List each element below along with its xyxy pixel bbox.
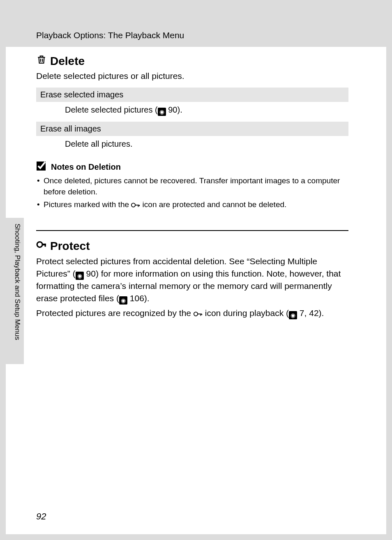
option-desc: Delete all pictures. <box>36 136 348 154</box>
option-row: Erase all images <box>36 122 348 136</box>
section-title-delete: Delete <box>36 54 348 68</box>
page-ref-number: 90 <box>86 269 96 278</box>
body-text-span: ). <box>144 293 150 303</box>
protect-paragraph-2: Protected pictures are recognized by the… <box>36 307 348 321</box>
page-ref-icon: ◉ <box>119 296 127 305</box>
manual-page: Playback Options: The Playback Menu Dele… <box>6 6 386 534</box>
option-row: Erase selected images <box>36 88 348 102</box>
caution-check-icon <box>36 161 46 173</box>
page-ref-number: 106 <box>130 293 144 303</box>
notes-title-text: Notes on Deletion <box>51 162 121 172</box>
header-band <box>6 6 386 47</box>
side-tab-label: Shooting, Playback and Setup Menus <box>13 224 21 340</box>
section-title-text: Delete <box>50 55 85 68</box>
body-text-span: Protected pictures are recognized by the <box>36 308 194 318</box>
section-title-text: Protect <box>50 240 90 253</box>
svg-point-5 <box>194 312 198 316</box>
notes-heading: Notes on Deletion <box>36 161 348 173</box>
notes-block: Notes on Deletion Once deleted, pictures… <box>36 161 348 211</box>
notes-list: Once deleted, pictures cannot be recover… <box>36 175 348 211</box>
page-ref-icon: ◉ <box>76 272 84 280</box>
svg-point-1 <box>131 203 135 207</box>
option-desc: Delete selected pictures (◉ 90). <box>36 102 348 121</box>
body-text-span: ). <box>319 308 324 318</box>
option-desc-text: ). <box>177 105 182 114</box>
list-item: Once deleted, pictures cannot be recover… <box>36 175 348 197</box>
trash-icon <box>36 54 47 68</box>
section-divider <box>36 230 348 231</box>
body-text-span: icon during playback ( <box>203 308 289 318</box>
svg-rect-4 <box>45 244 46 247</box>
protect-key-icon <box>194 308 203 321</box>
page-ref-number: 90 <box>168 105 177 114</box>
delete-intro: Delete selected pictures or all pictures… <box>36 70 348 82</box>
option-desc-text: Delete selected pictures ( <box>65 105 158 114</box>
page-ref-icon: ◉ <box>289 311 297 319</box>
page-ref-number: 7, 42 <box>300 308 319 318</box>
protect-key-icon <box>131 201 140 212</box>
page-ref-icon: ◉ <box>158 108 166 116</box>
page-number: 92 <box>36 511 46 522</box>
running-head: Playback Options: The Playback Menu <box>36 30 184 40</box>
section-title-protect: Protect <box>36 239 348 253</box>
list-item: Pictures marked with the icon are protec… <box>36 199 348 212</box>
svg-point-2 <box>37 242 42 247</box>
protect-paragraph-1: Protect selected pictures from accidenta… <box>36 255 348 305</box>
page-content: Delete Delete selected pictures or all p… <box>36 51 348 323</box>
protect-icon <box>36 239 47 253</box>
